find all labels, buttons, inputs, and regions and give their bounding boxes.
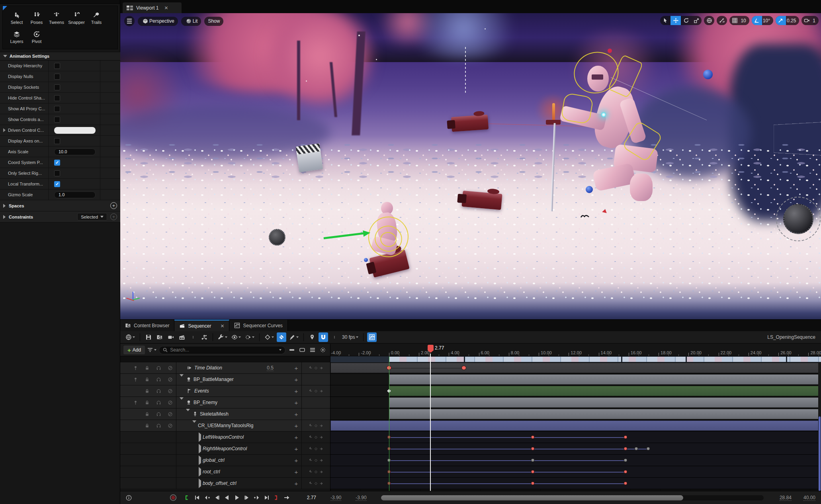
viewport-menu-button[interactable]: [124, 16, 135, 26]
marker-pin-icon[interactable]: [307, 332, 317, 342]
chevron-right-icon[interactable]: [199, 481, 201, 486]
lane-rightweaponcontrol[interactable]: [330, 443, 821, 455]
keyframe[interactable]: [531, 470, 535, 474]
angle-snap-icon[interactable]: [752, 16, 762, 25]
track-row-bp-battlemanager[interactable]: BP_BattleManager+: [120, 374, 330, 385]
text-input[interactable]: [54, 127, 96, 134]
track-section-bar[interactable]: [389, 397, 821, 408]
track-section-bar[interactable]: [389, 409, 821, 419]
add-key-button[interactable]: +: [291, 434, 301, 441]
world-icon[interactable]: [124, 332, 136, 342]
grid-snap-icon[interactable]: [729, 16, 740, 25]
record-button[interactable]: [168, 493, 178, 502]
keyframe[interactable]: [624, 436, 627, 439]
track-section-bar[interactable]: [330, 420, 821, 431]
add-circle-button[interactable]: +: [110, 202, 117, 209]
tool-tweens[interactable]: Tweens: [47, 8, 66, 27]
add-key-button[interactable]: +: [291, 399, 301, 406]
headphones-icon[interactable]: [153, 377, 164, 382]
mute-icon[interactable]: [164, 423, 176, 428]
headphones-icon[interactable]: [153, 389, 164, 394]
camera-speed-icon[interactable]: [801, 16, 812, 25]
play-button[interactable]: [232, 493, 241, 502]
add-key-button[interactable]: +: [291, 445, 301, 452]
play-back-button[interactable]: [222, 493, 231, 502]
lane-events[interactable]: [330, 385, 821, 397]
tool-snapper[interactable]: Snapper: [66, 8, 86, 27]
scale-icon[interactable]: [691, 16, 702, 25]
render-movie-icon[interactable]: [177, 332, 187, 342]
lane-global-ctrl[interactable]: [330, 455, 821, 466]
checkbox[interactable]: [54, 170, 60, 176]
info-icon[interactable]: [124, 493, 133, 502]
lane-leftweaponcontrol[interactable]: [330, 432, 821, 443]
scale-snap-icon[interactable]: [776, 16, 786, 25]
lane-body-offset-ctrl[interactable]: [330, 478, 821, 489]
lane-root-ctrl[interactable]: [330, 466, 821, 478]
add-key-button[interactable]: +: [291, 376, 301, 383]
tool-layers[interactable]: Layers: [7, 27, 27, 47]
add-key-button[interactable]: +: [291, 365, 301, 371]
mute-icon[interactable]: [164, 412, 176, 417]
tool-poses[interactable]: Poses: [27, 8, 47, 27]
chevron-right-icon[interactable]: [199, 434, 201, 440]
scale-snap-value[interactable]: 0.25: [786, 16, 799, 25]
eye-icon[interactable]: [230, 332, 242, 342]
keyframe[interactable]: [531, 482, 535, 485]
headphones-icon[interactable]: [153, 423, 164, 428]
close-icon[interactable]: ✕: [164, 5, 168, 11]
lock-icon[interactable]: [141, 412, 153, 417]
horizontal-scrollbar[interactable]: [381, 495, 764, 500]
playback-options-icon[interactable]: [244, 332, 256, 342]
step-fwd-button[interactable]: [242, 493, 251, 502]
keyframe[interactable]: [531, 436, 535, 439]
sphere-gizmo[interactable]: [269, 229, 285, 246]
kebab-icon[interactable]: [330, 332, 339, 342]
tool-trails[interactable]: Trails: [86, 8, 106, 27]
keyframe-options-icon[interactable]: [263, 332, 275, 342]
show-button[interactable]: Show: [204, 17, 223, 26]
pin-icon[interactable]: [130, 365, 141, 371]
checkbox[interactable]: [54, 84, 60, 90]
checkbox[interactable]: [54, 138, 60, 144]
add-key-button[interactable]: +: [291, 422, 301, 429]
grid-snap-value[interactable]: 10: [740, 16, 749, 25]
lit-button[interactable]: Lit: [181, 17, 201, 26]
number-input[interactable]: 10.0: [54, 148, 96, 155]
tab-viewport-1[interactable]: Viewport 1 ✕: [123, 2, 182, 13]
lock-icon[interactable]: [141, 377, 153, 382]
angle-snap-value[interactable]: 10°: [762, 16, 773, 25]
list-view-icon[interactable]: [309, 348, 317, 352]
add-key-button[interactable]: +: [291, 457, 301, 464]
track-row-bp-enemy[interactable]: BP_Enemy+: [120, 397, 330, 408]
lane-skeletalmesh[interactable]: [330, 408, 821, 420]
world-coord-icon[interactable]: [704, 16, 714, 25]
add-key-button[interactable]: +: [291, 480, 301, 487]
keyframe[interactable]: [624, 482, 627, 485]
close-icon[interactable]: ✕: [220, 323, 224, 329]
range-start-value[interactable]: -3.90: [356, 495, 366, 501]
gear-icon[interactable]: [319, 347, 327, 353]
pin-icon[interactable]: [130, 377, 141, 382]
search-input[interactable]: Search...: [159, 346, 285, 354]
timeline-area[interactable]: -4.00-2.000.002.004.006.008.0010.0012.00…: [330, 344, 821, 491]
add-track-button[interactable]: + Add: [123, 346, 145, 354]
cine-camera-actor[interactable]: [451, 114, 489, 131]
auto-key-icon[interactable]: [277, 332, 286, 342]
compact-view-icon[interactable]: [288, 348, 296, 352]
keyframe[interactable]: [461, 366, 466, 370]
view-start-value[interactable]: -3.90: [330, 495, 341, 501]
checkbox[interactable]: [54, 117, 60, 123]
chevron-down-icon[interactable]: [180, 377, 184, 382]
vertical-scrollbar[interactable]: [818, 362, 821, 491]
actor-sequence-icon[interactable]: [199, 332, 209, 342]
wrench-icon[interactable]: [217, 332, 229, 342]
chevron-down-icon[interactable]: [186, 411, 190, 417]
group-row-spaces[interactable]: Spaces+: [0, 200, 120, 211]
lane-bp-battlemanager[interactable]: [330, 374, 821, 385]
expander-icon[interactable]: [3, 204, 6, 208]
add-key-button[interactable]: +: [291, 411, 301, 418]
add-circle-button[interactable]: +: [110, 213, 117, 220]
bracket-out-button[interactable]: [272, 493, 281, 502]
track-section-bar[interactable]: [389, 374, 821, 385]
